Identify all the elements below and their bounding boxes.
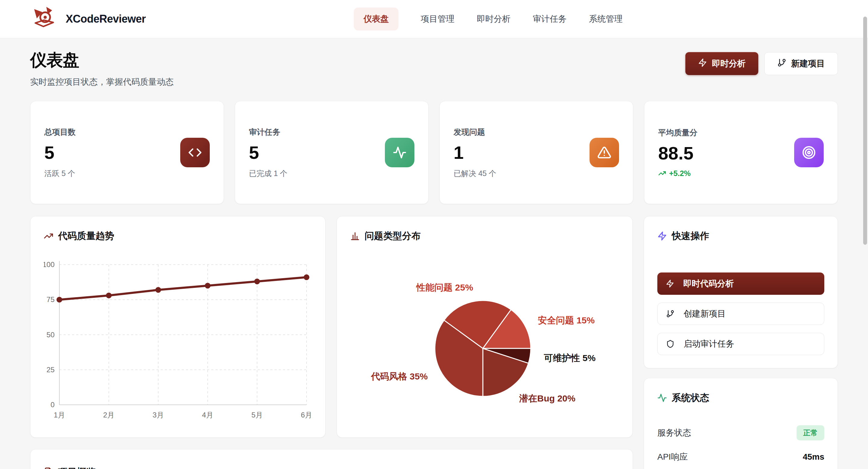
stat-card-total-projects: 总项目数 5 活跃 5 个 [30,101,224,204]
status-badge: 正常 [797,425,824,440]
stat-trend: +5.2% [658,169,698,178]
stat-text: 发现问题 1 已解决 45 个 [454,127,496,179]
svg-text:100: 100 [44,260,55,269]
stat-card-audit-tasks: 审计任务 5 已完成 1 个 [235,101,429,204]
git-branch-icon [666,310,675,318]
nav-item-4[interactable]: 系统管理 [589,13,623,25]
zap-icon [666,279,674,288]
bar-chart-icon [350,231,360,241]
issue-distribution-pie-chart: 性能问题 25%安全问题 15%可维护性 5%潜在Bug 20%代码风格 35% [337,216,632,438]
svg-text:4月: 4月 [202,411,213,419]
trending-up-icon [44,231,53,241]
nav-item-3[interactable]: 审计任务 [533,13,567,25]
zap-icon [657,231,667,241]
nav-item-1[interactable]: 项目管理 [421,13,455,25]
page-header: 仪表盘 实时监控项目状态，掌握代码质量动态 即时分析 新建项目 [30,49,838,88]
status-row-service: 服务状态 正常 [657,425,824,440]
phoenix-logo-icon [30,4,58,33]
status-label: API响应 [657,451,688,463]
stat-text: 总项目数 5 活跃 5 个 [44,127,76,179]
quality-trend-card: 代码质量趋势 02550751001月2月3月4月5月6月 [30,216,326,438]
pie-slice-label: 安全问题 15% [538,315,595,325]
brand[interactable]: XCodeReviewer [30,4,146,33]
pie-slice-label: 可维护性 5% [544,353,596,363]
code-icon [180,138,210,167]
stat-value: 88.5 [658,143,698,164]
nav-item-2[interactable]: 即时分析 [477,13,510,25]
stat-card-avg-quality: 平均质量分 88.5 +5.2% [644,101,838,204]
target-icon [794,138,824,167]
alert-triangle-icon [590,138,619,167]
stat-label: 审计任务 [249,127,287,137]
stat-sub: 活跃 5 个 [44,168,76,179]
instant-code-analysis-button[interactable]: 即时代码分析 [657,273,824,295]
svg-text:3月: 3月 [153,411,164,419]
project-overview-card: 项目概览 [30,449,633,469]
system-status-title: 系统状态 [672,392,709,404]
status-row-api: API响应 45ms [657,451,824,463]
start-audit-button[interactable]: 启动审计任务 [657,333,824,355]
quick-actions-card: 快速操作 即时代码分析 创建新项目 [644,216,838,368]
stat-label: 平均质量分 [658,127,698,138]
status-value: 45ms [803,452,824,462]
quick-action-buttons: 即时代码分析 创建新项目 启动审计任务 [657,273,824,355]
stat-value: 5 [44,142,76,163]
nav-menu: 仪表盘项目管理即时分析审计任务系统管理 [354,7,623,30]
svg-text:75: 75 [46,295,55,304]
page-subtitle: 实时监控项目状态，掌握代码质量动态 [30,76,174,88]
vertical-scrollbar[interactable] [863,17,867,245]
navbar: XCodeReviewer 仪表盘项目管理即时分析审计任务系统管理 [0,0,868,38]
pie-slice-label: 代码风格 35% [371,371,428,381]
new-project-label: 新建项目 [791,58,825,69]
system-status-card: 系统状态 服务状态 正常 API响应 45ms [644,378,838,469]
page-header-text: 仪表盘 实时监控项目状态，掌握代码质量动态 [30,49,174,88]
issue-distribution-card: 问题类型分布 性能问题 25%安全问题 15%可维护性 5%潜在Bug 20%代… [337,216,632,438]
stat-text: 平均质量分 88.5 +5.2% [658,127,698,178]
stat-value: 5 [249,142,287,163]
chart-title: 代码质量趋势 [58,230,114,242]
quick-actions-title: 快速操作 [672,230,709,242]
stats-row: 总项目数 5 活跃 5 个 审计任务 5 已完成 1 个 [30,101,838,204]
git-branch-icon [777,58,786,69]
file-text-icon [44,467,53,469]
dashboard-page: XCodeReviewer 仪表盘项目管理即时分析审计任务系统管理 仪表盘 实时… [0,0,868,469]
instant-analysis-label: 即时分析 [712,58,746,69]
stat-sub: 已解决 45 个 [454,168,496,179]
svg-text:50: 50 [46,331,55,339]
stat-trend-value: +5.2% [669,169,691,178]
action-label: 启动审计任务 [684,338,734,350]
pie-slice-label: 性能问题 25% [416,282,473,292]
svg-text:0: 0 [51,401,55,409]
svg-text:1月: 1月 [54,411,65,419]
instant-analysis-button[interactable]: 即时分析 [685,52,758,75]
stat-sub: 已完成 1 个 [249,168,287,179]
svg-text:6月: 6月 [301,411,312,419]
zap-icon [698,58,707,69]
stat-label: 总项目数 [44,127,76,137]
new-project-button[interactable]: 新建项目 [764,52,838,75]
activity-icon [385,138,414,167]
action-label: 创建新项目 [684,308,726,319]
stat-label: 发现问题 [454,127,496,137]
pie-slice-label: 潜在Bug 20% [519,393,576,403]
stat-card-issues-found: 发现问题 1 已解决 45 个 [439,101,633,204]
quality-trend-line-chart: 02550751001月2月3月4月5月6月 [44,253,313,421]
status-label: 服务状态 [657,427,691,439]
action-label: 即时代码分析 [683,278,734,289]
create-project-button[interactable]: 创建新项目 [657,303,824,325]
overview-title: 项目概览 [58,466,96,469]
brand-name: XCodeReviewer [66,13,146,25]
trending-up-icon [658,169,666,177]
stat-text: 审计任务 5 已完成 1 个 [249,127,287,179]
shield-icon [666,340,675,348]
status-rows: 服务状态 正常 API响应 45ms [657,425,824,463]
stat-value: 1 [454,142,496,163]
nav-item-0[interactable]: 仪表盘 [354,7,398,30]
chart-title: 问题类型分布 [365,230,421,242]
charts-row: 代码质量趋势 02550751001月2月3月4月5月6月 问题类型分布 性能问… [30,216,838,438]
svg-text:5月: 5月 [251,411,262,419]
header-buttons: 即时分析 新建项目 [685,52,838,88]
right-column: 快速操作 即时代码分析 创建新项目 [644,216,838,438]
page-title: 仪表盘 [30,49,174,71]
activity-icon [657,393,667,403]
